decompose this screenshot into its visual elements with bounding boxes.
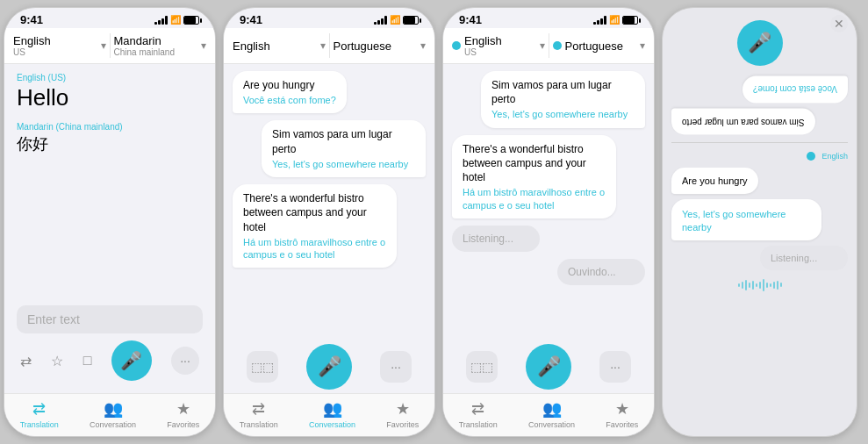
- subtitle-button[interactable]: ⬚⬚: [247, 351, 278, 383]
- top-mic-section: 🎤: [671, 11, 848, 71]
- speaker-icon[interactable]: □: [83, 353, 92, 369]
- waveform: [671, 276, 848, 295]
- bubble-5-translation: Há um bistrô maravilhoso entre o campus …: [463, 186, 606, 211]
- nav-favorites-label-2: Favorites: [386, 420, 419, 429]
- swap-icon[interactable]: ⇄: [20, 353, 32, 369]
- nav-favorites[interactable]: ★ Favorites: [167, 399, 199, 429]
- rotated-bubble-2: Você está com fome?: [742, 76, 848, 104]
- battery-icon-2: [403, 16, 419, 25]
- translation-icon-2: ⇄: [252, 399, 265, 419]
- source-lang-label: English (US): [17, 73, 203, 82]
- bubble-1-primary: Are you hungry: [243, 78, 336, 92]
- nav-favorites-2[interactable]: ★ Favorites: [386, 399, 419, 429]
- status-bar-1: 9:41 📶: [4, 8, 215, 28]
- conversation-icon-2: 👥: [323, 399, 342, 419]
- conversation-area-2: Are you hungry Você está com fome? Sim v…: [224, 64, 434, 339]
- bubble-5: There's a wonderful bistro between campu…: [452, 135, 616, 218]
- status-icons-2: 📶: [374, 15, 419, 25]
- bubble-2-translation: Yes, let's go somewhere nearby: [272, 158, 415, 170]
- lang-select-1[interactable]: English US: [13, 34, 99, 57]
- bottom-bubble-1-text: Are you hungry: [682, 175, 748, 188]
- bubble-3-translation: Há um bistrô maravilhoso entre o campus …: [243, 236, 386, 261]
- time-3: 9:41: [459, 13, 482, 26]
- mic-top-button[interactable]: 🎤: [737, 20, 783, 66]
- bubble-2: Sim vamos para um lugar perto Yes, let's…: [262, 120, 426, 177]
- mic-button[interactable]: 🎤: [111, 340, 152, 381]
- phone-4: ✕ 🎤 Sim vamos para um lugar perto Você e…: [662, 7, 857, 437]
- favorites-icon-2: ★: [396, 399, 410, 419]
- nav-translation-2[interactable]: ⇄ Translation: [240, 399, 278, 429]
- phone-3: 9:41 📶 English US ▾ Portuguese ▾ Sim vam…: [442, 7, 655, 437]
- signal-icon-3: [593, 16, 606, 25]
- favorites-icon: ★: [176, 399, 190, 419]
- nav-translation-3[interactable]: ⇄ Translation: [459, 399, 498, 429]
- bottom-nav-3: ⇄ Translation 👥 Conversation ★ Favorites: [443, 393, 654, 436]
- subtitle-button-3[interactable]: ⬚⬚: [466, 351, 498, 383]
- nav-favorites-label-3: Favorites: [606, 420, 638, 429]
- chevron-down-icon-4: ▾: [420, 39, 426, 52]
- lang2-region: China mainland: [114, 47, 200, 57]
- conv-mic-button-2[interactable]: 🎤: [306, 344, 352, 390]
- bubble-3-primary: There's a wonderful bistro between campu…: [243, 191, 386, 234]
- bottom-nav-1: ⇄ Translation 👥 Conversation ★ Favorites: [4, 393, 215, 436]
- bubble-5-primary: There's a wonderful bistro between campu…: [463, 142, 606, 185]
- status-bar-2: 9:41 📶: [224, 8, 434, 28]
- lang-select-4[interactable]: Portuguese: [334, 39, 420, 53]
- translation-icon-3: ⇄: [471, 399, 484, 419]
- lang-badge-label: English: [821, 152, 848, 161]
- rotated-bubble-1: Sim vamos para um lugar perto: [671, 109, 815, 135]
- lang1-name: English: [13, 34, 99, 47]
- conv-more-button-3[interactable]: ···: [599, 351, 631, 383]
- lang-select-3[interactable]: English: [233, 39, 319, 53]
- conv-more-button-2[interactable]: ···: [380, 351, 412, 383]
- translation-icon: ⇄: [32, 399, 46, 419]
- status-bar-3: 9:41 📶: [443, 8, 654, 28]
- text-input-placeholder[interactable]: Enter text: [17, 305, 203, 333]
- nav-conversation-label-3: Conversation: [528, 420, 575, 429]
- rotated-area: ✕ 🎤 Sim vamos para um lugar perto Você e…: [663, 8, 857, 436]
- listening-left: Listening...: [452, 226, 540, 252]
- bottom-bubble-1: Are you hungry: [671, 168, 758, 195]
- status-icons-3: 📶: [593, 15, 638, 25]
- chevron-down-icon-6: ▾: [640, 39, 645, 52]
- lang5-name: English: [464, 34, 538, 47]
- toolbar-row: ⇄ ☆ □ 🎤 ···: [17, 340, 203, 381]
- chevron-down-icon-1: ▾: [101, 39, 106, 52]
- lang1-region: US: [13, 47, 99, 57]
- conversation-icon: 👥: [104, 399, 123, 419]
- conv-mic-button-3[interactable]: 🎤: [526, 344, 571, 390]
- close-button[interactable]: ✕: [830, 15, 848, 32]
- nav-translation[interactable]: ⇄ Translation: [20, 399, 59, 429]
- lang-divider-1: [110, 33, 111, 58]
- input-area: Enter text ⇄ ☆ □ 🎤 ···: [4, 302, 215, 393]
- more-button[interactable]: ···: [171, 347, 199, 375]
- lang-divider-3: [549, 33, 549, 58]
- listening-right: Ouvindo...: [557, 259, 645, 285]
- nav-translation-label: Translation: [20, 420, 59, 429]
- bottom-nav-2: ⇄ Translation 👥 Conversation ★ Favorites: [224, 393, 434, 436]
- lang-badge: English: [807, 152, 848, 161]
- conversation-icon-3: 👥: [542, 399, 562, 419]
- nav-favorites-3[interactable]: ★ Favorites: [606, 399, 638, 429]
- lang-select-5[interactable]: English US: [464, 34, 538, 57]
- bubble-4-translation: Yes, let's go somewhere nearby: [491, 108, 635, 120]
- nav-translation-label-3: Translation: [459, 420, 498, 429]
- lang-badge-section: English: [671, 150, 848, 162]
- lang-select-6[interactable]: Portuguese: [565, 39, 639, 53]
- conv-toolbar-3: ⬚⬚ 🎤 ···: [443, 339, 654, 393]
- nav-conversation-label: Conversation: [90, 420, 136, 429]
- nav-favorites-label: Favorites: [167, 420, 199, 429]
- bottom-bubble-2-text: Yes, let's go somewhere nearby: [682, 208, 811, 233]
- star-icon[interactable]: ☆: [51, 353, 63, 369]
- nav-conversation-3[interactable]: 👥 Conversation: [528, 399, 575, 429]
- lang4-name: Portuguese: [334, 39, 420, 53]
- nav-translation-label-2: Translation: [240, 420, 278, 429]
- lang2-name: Mandarin: [114, 34, 200, 47]
- lang-select-2[interactable]: Mandarin China mainland: [114, 34, 200, 57]
- listening-bottom: Listening...: [760, 246, 848, 270]
- rotated-bubble-2-text: Você está com fome?: [753, 83, 837, 95]
- rotated-bubbles: Sim vamos para um lugar perto Você está …: [671, 76, 848, 135]
- nav-conversation-2[interactable]: 👥 Conversation: [309, 399, 355, 429]
- divider: [671, 142, 848, 143]
- nav-conversation[interactable]: 👥 Conversation: [90, 399, 136, 429]
